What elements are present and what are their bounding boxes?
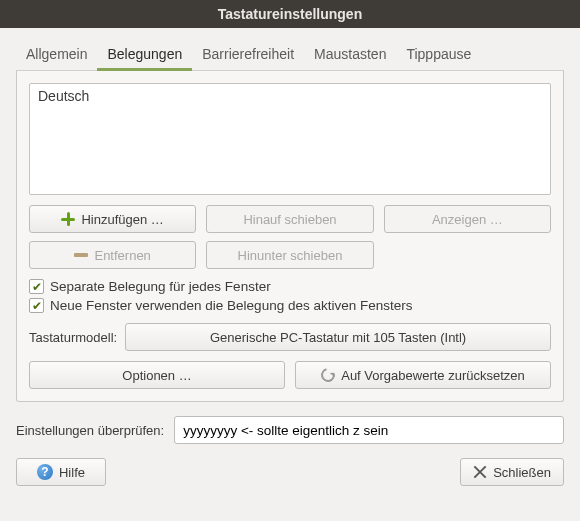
button-label: Auf Vorgabewerte zurücksetzen: [341, 368, 525, 383]
checkbox-label: Neue Fenster verwenden die Belegung des …: [50, 298, 412, 313]
move-up-button[interactable]: Hinauf schieben: [206, 205, 373, 233]
help-icon: ?: [37, 464, 53, 480]
keyboard-model-row: Tastaturmodell: Generische PC-Tastatur m…: [29, 323, 551, 351]
keyboard-model-label: Tastaturmodell:: [29, 330, 117, 345]
test-settings-input[interactable]: [174, 416, 564, 444]
window-body: Allgemein Belegungen Barrierefreiheit Ma…: [0, 28, 580, 500]
close-icon: [473, 465, 487, 479]
checkbox-label: Separate Belegung für jedes Fenster: [50, 279, 271, 294]
options-button[interactable]: Optionen …: [29, 361, 285, 389]
tab-label: Barrierefreiheit: [202, 46, 294, 62]
checkbox-separate-per-window[interactable]: ✔: [29, 279, 44, 294]
checkbox-new-windows-inherit[interactable]: ✔: [29, 298, 44, 313]
checkbox-new-windows-inherit-row: ✔ Neue Fenster verwenden die Belegung de…: [29, 298, 551, 313]
dialog-footer: ? Hilfe Schließen: [16, 458, 564, 486]
minus-icon: [74, 253, 88, 257]
close-button[interactable]: Schließen: [460, 458, 564, 486]
window-titlebar: Tastatureinstellungen: [0, 0, 580, 28]
checkbox-separate-per-window-row: ✔ Separate Belegung für jedes Fenster: [29, 279, 551, 294]
tab-label: Allgemein: [26, 46, 87, 62]
tab-bar: Allgemein Belegungen Barrierefreiheit Ma…: [16, 40, 564, 71]
help-button[interactable]: ? Hilfe: [16, 458, 106, 486]
tab-layouts[interactable]: Belegungen: [97, 40, 192, 71]
window-title: Tastatureinstellungen: [218, 6, 362, 22]
keyboard-model-value: Generische PC-Tastatur mit 105 Tasten (I…: [210, 330, 466, 345]
test-settings-label: Einstellungen überprüfen:: [16, 423, 164, 438]
show-layout-button[interactable]: Anzeigen …: [384, 205, 551, 233]
button-label: Entfernen: [94, 248, 150, 263]
options-reset-row: Optionen … Auf Vorgabewerte zurücksetzen: [29, 361, 551, 389]
remove-layout-button[interactable]: Entfernen: [29, 241, 196, 269]
tab-accessibility[interactable]: Barrierefreiheit: [192, 40, 304, 71]
layout-buttons-row-2: Entfernen Hinunter schieben: [29, 241, 551, 269]
add-layout-button[interactable]: Hinzufügen …: [29, 205, 196, 233]
layout-buttons-row-1: Hinzufügen … Hinauf schieben Anzeigen …: [29, 205, 551, 233]
tab-label: Belegungen: [107, 46, 182, 62]
layouts-panel: Deutsch Hinzufügen … Hinauf schieben Anz…: [16, 71, 564, 402]
button-label: Hilfe: [59, 465, 85, 480]
layouts-list[interactable]: Deutsch: [29, 83, 551, 195]
tab-general[interactable]: Allgemein: [16, 40, 97, 71]
keyboard-model-button[interactable]: Generische PC-Tastatur mit 105 Tasten (I…: [125, 323, 551, 351]
button-label: Schließen: [493, 465, 551, 480]
layout-item[interactable]: Deutsch: [38, 88, 542, 104]
test-settings-row: Einstellungen überprüfen:: [16, 416, 564, 444]
move-down-button[interactable]: Hinunter schieben: [206, 241, 373, 269]
button-label: Hinunter schieben: [238, 248, 343, 263]
button-label: Anzeigen …: [432, 212, 503, 227]
button-label: Hinauf schieben: [243, 212, 336, 227]
tab-typingbreak[interactable]: Tipppause: [396, 40, 481, 71]
tab-label: Tipppause: [406, 46, 471, 62]
tab-mousekeys[interactable]: Maustasten: [304, 40, 396, 71]
button-label: Optionen …: [122, 368, 191, 383]
reset-defaults-button[interactable]: Auf Vorgabewerte zurücksetzen: [295, 361, 551, 389]
tab-label: Maustasten: [314, 46, 386, 62]
plus-icon: [61, 212, 75, 226]
reset-icon: [319, 365, 338, 384]
button-label: Hinzufügen …: [81, 212, 163, 227]
